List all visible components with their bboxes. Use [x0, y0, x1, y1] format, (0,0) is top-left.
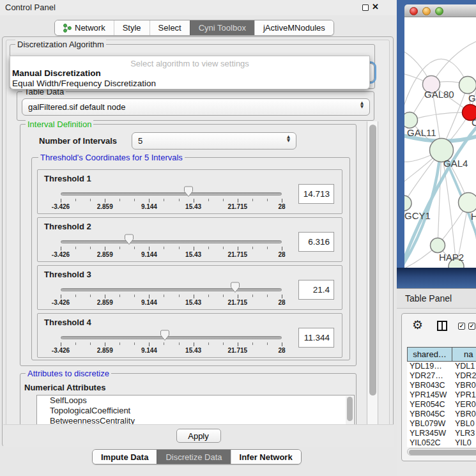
- table-row[interactable]: YBR045CYBR0: [407, 410, 476, 419]
- cell-name[interactable]: YER0: [452, 400, 476, 410]
- node-gcy1[interactable]: [404, 196, 411, 211]
- dropdown-item-manual-discretization[interactable]: Manual Discretization: [12, 68, 101, 78]
- table-row[interactable]: YBR043CYBR0: [407, 381, 476, 390]
- column-layout-icon[interactable]: [437, 321, 447, 331]
- cell-shared-name[interactable]: YER054C: [407, 400, 452, 410]
- gear-icon[interactable]: ⚙: [412, 318, 423, 332]
- float-window-icon[interactable]: [362, 4, 369, 11]
- close-traffic-light[interactable]: [410, 7, 418, 15]
- node-hap2[interactable]: [431, 238, 445, 253]
- threshold-slider-track[interactable]: [61, 240, 282, 243]
- cell-name[interactable]: YPR1: [452, 390, 476, 400]
- threshold-value-field[interactable]: 6.316: [298, 232, 334, 252]
- cell-shared-name[interactable]: YDL19…: [407, 362, 452, 371]
- table-row[interactable]: YBL079WYBL0: [407, 419, 476, 429]
- tick-mark: [267, 295, 268, 297]
- list-scrollbar[interactable]: [346, 396, 353, 426]
- tick-mark: [75, 342, 76, 345]
- screen: Control Panel ✕ Network Style: [0, 0, 476, 476]
- cell-name[interactable]: YDL1: [452, 362, 476, 371]
- tick-mark: [75, 199, 76, 201]
- cell-name[interactable]: YIL0: [452, 438, 476, 447]
- settings-scrollbar-thumb[interactable]: [369, 125, 376, 395]
- tab-jactivemnodules[interactable]: jActiveMNodules: [254, 20, 334, 35]
- number-of-intervals-value: 5: [138, 136, 142, 146]
- cell-name[interactable]: YBR0: [452, 410, 476, 419]
- tick-label: 21.715: [228, 299, 248, 306]
- table-row[interactable]: YPR145WYPR1: [407, 390, 476, 400]
- table-data-combobox[interactable]: galFiltered.sif default node ▲▼: [22, 98, 370, 116]
- tick-mark: [194, 247, 194, 250]
- threshold-value-field[interactable]: 21.4: [298, 280, 334, 300]
- tick-mark: [282, 247, 282, 250]
- tab-style[interactable]: Style: [114, 20, 150, 35]
- threshold-box-3: Threshold 3-3.4262.8599.14415.4321.71528…: [37, 265, 342, 310]
- list-scrollbar-thumb[interactable]: [347, 397, 353, 421]
- dropdown-item-equal-width-frequency[interactable]: Equal Width/Frequency Discretization: [12, 79, 156, 88]
- tab-infer-network[interactable]: Infer Network: [231, 450, 301, 464]
- checkbox-icon[interactable]: ✓: [468, 323, 475, 330]
- cell-name[interactable]: YBR0: [452, 381, 476, 390]
- threshold-slider-track[interactable]: [61, 288, 282, 291]
- node-top-right[interactable]: [459, 77, 476, 94]
- network-canvas[interactable]: GAL80 GA GAL11 C GAL4 GCY1 H HAP2: [404, 17, 476, 268]
- apply-button[interactable]: Apply: [176, 429, 221, 443]
- attribute-list-item[interactable]: TopologicalCoefficient: [37, 406, 354, 416]
- cell-shared-name[interactable]: YBR043C: [407, 381, 452, 390]
- table-horizontal-scrollbar[interactable]: [407, 448, 476, 456]
- column-header-name[interactable]: na: [452, 347, 476, 362]
- settings-vertical-scrollbar[interactable]: [367, 121, 378, 427]
- table-scrollbar-thumb[interactable]: [409, 450, 476, 455]
- threshold-value-field[interactable]: 11.344: [298, 328, 334, 348]
- cell-name[interactable]: YDR2: [452, 371, 476, 381]
- cell-name[interactable]: YLR3: [452, 429, 476, 438]
- tab-cyni-toolbox[interactable]: Cyni Toolbox: [190, 20, 254, 35]
- tick-mark: [164, 295, 164, 297]
- threshold-slider-thumb[interactable]: [160, 330, 170, 341]
- threshold-slider-track[interactable]: [61, 192, 282, 196]
- cell-shared-name[interactable]: YIL052C: [407, 438, 452, 447]
- tick-mark: [223, 342, 224, 345]
- threshold-slider-thumb[interactable]: [230, 282, 240, 293]
- network-nodes[interactable]: [404, 76, 476, 268]
- column-header-shared-name[interactable]: shared…: [407, 347, 452, 362]
- attribute-list-item[interactable]: SelfLoops: [37, 395, 354, 406]
- table-rows: YDL19…YDL1YDR27…YDR2YBR043CYBR0YPR145WYP…: [407, 362, 476, 447]
- tick-mark: [61, 199, 61, 203]
- tick-label: 15.43: [185, 203, 201, 210]
- tab-network[interactable]: Network: [55, 20, 114, 35]
- threshold-label: Threshold 2: [44, 222, 91, 231]
- tick-mark: [208, 342, 209, 345]
- tab-discretize-data[interactable]: Discretize Data: [157, 450, 230, 464]
- threshold-slider-thumb[interactable]: [183, 186, 194, 197]
- threshold-slider-track[interactable]: [61, 336, 282, 339]
- tick-label: 2.859: [97, 347, 113, 354]
- table-row[interactable]: YDR27…YDR2: [407, 371, 476, 381]
- cell-shared-name[interactable]: YDR27…: [407, 371, 452, 381]
- minimize-traffic-light[interactable]: [422, 7, 431, 15]
- table-row[interactable]: YDL19…YDL1: [407, 362, 476, 371]
- tick-mark: [61, 247, 61, 250]
- network-window-titlebar[interactable]: [404, 4, 476, 17]
- tab-impute-data[interactable]: Impute Data: [93, 450, 157, 464]
- checkbox-icon[interactable]: ✓: [458, 323, 465, 330]
- threshold-value-field[interactable]: 14.713: [298, 184, 334, 204]
- node-gal11[interactable]: [404, 112, 418, 128]
- threshold-slider-thumb[interactable]: [124, 234, 134, 245]
- tick-mark: [179, 199, 180, 201]
- cell-shared-name[interactable]: YLR345W: [407, 429, 452, 438]
- tab-select[interactable]: Select: [150, 20, 190, 35]
- cell-name[interactable]: YBL0: [452, 419, 476, 429]
- bottom-tab-bar: Impute Data Discretize Data Infer Networ…: [92, 449, 302, 464]
- node-right-mid[interactable]: [459, 193, 476, 213]
- cell-shared-name[interactable]: YPR145W: [407, 390, 452, 400]
- zoom-traffic-light[interactable]: [435, 7, 443, 15]
- cell-shared-name[interactable]: YBR045C: [407, 410, 452, 419]
- table-row[interactable]: YIL052CYIL0: [407, 438, 476, 447]
- table-row[interactable]: YER054CYER0: [407, 400, 476, 410]
- cell-shared-name[interactable]: YBL079W: [407, 419, 452, 429]
- numerical-attributes-list[interactable]: SelfLoopsTopologicalCoefficientBetweenne…: [36, 395, 355, 426]
- table-row[interactable]: YLR345WYLR3: [407, 429, 476, 438]
- number-of-intervals-combobox[interactable]: 5 ▲▼: [132, 132, 296, 150]
- close-icon[interactable]: ✕: [372, 2, 379, 12]
